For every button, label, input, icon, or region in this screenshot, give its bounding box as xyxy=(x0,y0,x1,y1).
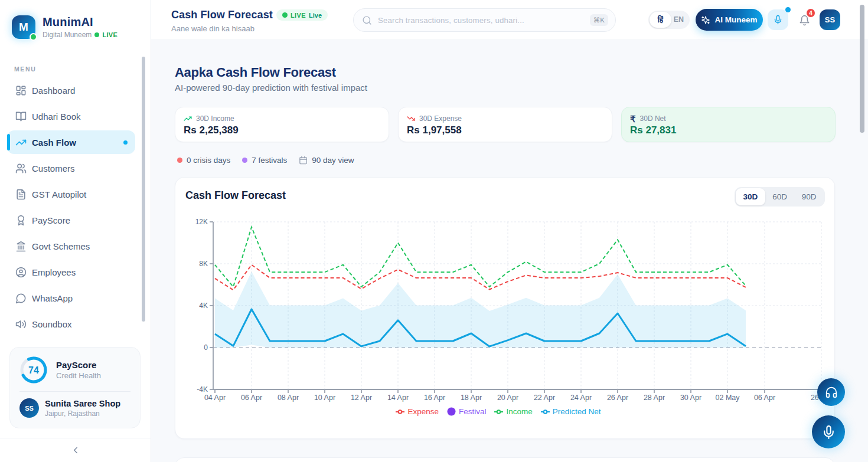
svg-text:22 Apr: 22 Apr xyxy=(534,394,555,402)
svg-text:74: 74 xyxy=(28,365,39,375)
svg-text:02 May: 02 May xyxy=(716,394,740,402)
svg-text:18 Apr: 18 Apr xyxy=(461,394,482,402)
svg-text:24 Apr: 24 Apr xyxy=(570,394,592,402)
svg-text:08 Apr: 08 Apr xyxy=(278,394,299,402)
svg-text:28 Apr: 28 Apr xyxy=(644,394,665,402)
svg-text:14 Apr: 14 Apr xyxy=(387,394,409,402)
svg-text:20 Apr: 20 Apr xyxy=(497,394,518,402)
svg-text:12K: 12K xyxy=(195,218,208,226)
svg-text:12 Apr: 12 Apr xyxy=(351,394,372,402)
svg-text:10 Apr: 10 Apr xyxy=(314,394,335,402)
svg-text:30 Apr: 30 Apr xyxy=(680,394,701,402)
svg-text:06 Apr: 06 Apr xyxy=(754,394,775,402)
svg-text:8K: 8K xyxy=(199,260,208,268)
svg-text:16 Apr: 16 Apr xyxy=(424,394,445,402)
svg-text:06 Apr: 06 Apr xyxy=(241,394,262,402)
svg-text:04 Apr: 04 Apr xyxy=(204,394,226,402)
svg-text:4K: 4K xyxy=(199,302,208,310)
svg-text:26 Apr: 26 Apr xyxy=(607,394,628,402)
svg-text:0: 0 xyxy=(204,343,208,352)
svg-text:-4K: -4K xyxy=(197,385,208,394)
